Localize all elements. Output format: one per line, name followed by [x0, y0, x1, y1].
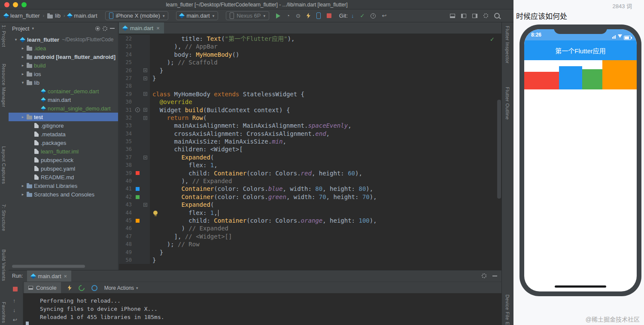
- editor-gutter[interactable]: 30: [119, 98, 150, 106]
- hot-restart-button[interactable]: [77, 284, 86, 292]
- code-text[interactable]: }: [150, 256, 156, 264]
- stop-process-button[interactable]: [13, 287, 18, 291]
- code-line[interactable]: 49 }: [119, 248, 501, 256]
- code-line[interactable]: 31↑- Widget build(BuildContext context) …: [119, 106, 501, 114]
- toggle-right-panel-button[interactable]: [472, 14, 477, 18]
- breadcrumb-item[interactable]: learn_flutter: [4, 12, 40, 19]
- code-text[interactable]: mainAxisAlignment: MainAxisAlignment.spa…: [150, 122, 352, 129]
- code-line[interactable]: 35 mainAxisSize: MainAxisSize.min,: [119, 138, 501, 145]
- hide-run-panel-button[interactable]: [492, 276, 497, 276]
- fold-marker-icon[interactable]: -: [143, 77, 147, 80]
- editor-gutter[interactable]: 38: [119, 161, 150, 169]
- code-line[interactable]: 34 crossAxisAlignment: CrossAxisAlignmen…: [119, 130, 501, 138]
- tree-item[interactable]: ▸test: [9, 113, 118, 121]
- breadcrumb-item[interactable]: lib: [47, 12, 61, 19]
- line-number[interactable]: 24: [119, 51, 133, 58]
- line-number[interactable]: 50: [119, 256, 133, 264]
- editor-gutter[interactable]: 26-: [119, 67, 150, 74]
- zoom-window-button[interactable]: [21, 2, 27, 7]
- toggle-bottom-panel-button[interactable]: [450, 14, 455, 18]
- editor-gutter[interactable]: 40: [119, 177, 150, 185]
- editor-tab-main-dart[interactable]: main.dart ×: [119, 22, 164, 34]
- editor-gutter[interactable]: 22: [119, 35, 150, 43]
- code-line[interactable]: 22 title: Text("第一个Flutter应用"),: [119, 35, 501, 43]
- code-text[interactable]: return Row(: [150, 114, 207, 122]
- code-line[interactable]: 33 mainAxisAlignment: MainAxisAlignment.…: [119, 122, 501, 129]
- code-line[interactable]: 24 body: MyHomeBody(): [119, 51, 501, 58]
- code-text[interactable]: body: MyHomeBody(): [150, 51, 239, 58]
- scroll-down-icon[interactable]: ↓: [13, 307, 15, 313]
- line-number[interactable]: 28: [119, 82, 133, 90]
- line-number[interactable]: 23: [119, 43, 133, 50]
- editor-gutter[interactable]: 23: [119, 43, 150, 50]
- hide-panel-button[interactable]: [110, 28, 115, 29]
- chevron-icon[interactable]: ▸: [20, 115, 26, 119]
- code-text[interactable]: children: <Widget>[: [150, 145, 243, 153]
- undo-button[interactable]: ↩: [382, 13, 386, 18]
- line-number[interactable]: 37: [119, 153, 133, 161]
- code-text[interactable]: ), // Expanded: [150, 177, 232, 185]
- code-text[interactable]: mainAxisSize: MainAxisSize.min,: [150, 138, 286, 145]
- editor-gutter[interactable]: 47: [119, 233, 150, 240]
- run-tab-main-dart[interactable]: main.dart ×: [27, 270, 71, 282]
- override-icon[interactable]: ↑: [135, 107, 140, 112]
- tool-stripe-button[interactable]: Layout Captures: [1, 146, 6, 184]
- code-line[interactable]: 50}: [119, 256, 501, 264]
- line-number[interactable]: 47: [119, 233, 133, 240]
- line-number[interactable]: 30: [119, 98, 133, 106]
- tree-item[interactable]: normal_single_demo.dart: [9, 104, 118, 113]
- tree-item[interactable]: ▸Scratches and Consoles: [9, 190, 118, 199]
- tool-stripe-button[interactable]: Flutter Inspector: [505, 26, 510, 64]
- line-number[interactable]: 22: [119, 35, 133, 43]
- chevron-icon[interactable]: ▸: [20, 184, 26, 188]
- tree-item[interactable]: pubspec.lock: [9, 156, 118, 164]
- code-line[interactable]: 39 child: Container(color: Colors.red, h…: [119, 169, 501, 177]
- scroll-up-icon[interactable]: ↑: [13, 298, 15, 304]
- code-text[interactable]: title: Text("第一个Flutter应用"),: [150, 35, 295, 43]
- code-text[interactable]: }: [150, 248, 163, 256]
- editor-gutter[interactable]: 28: [119, 82, 150, 90]
- chevron-icon[interactable]: ▸: [20, 72, 26, 76]
- code-line[interactable]: 23 ), // AppBar: [119, 43, 501, 50]
- tool-stripe-button[interactable]: Favorites: [1, 302, 6, 323]
- git-commit-button[interactable]: ✓: [360, 13, 365, 18]
- breadcrumb-item[interactable]: main.dart: [68, 12, 97, 19]
- tree-item[interactable]: ▸android [learn_flutter_android]: [9, 52, 118, 61]
- editor-gutter[interactable]: 32-: [119, 114, 150, 122]
- search-icon[interactable]: [494, 13, 500, 18]
- stop-button[interactable]: [327, 13, 331, 18]
- code-line[interactable]: 47 ], // <Widget>[]: [119, 233, 501, 240]
- line-number[interactable]: 31: [119, 106, 133, 114]
- editor-scrollbar[interactable]: [497, 100, 501, 199]
- editor-gutter[interactable]: 36: [119, 145, 150, 153]
- toggle-left-panel-button[interactable]: [461, 14, 466, 18]
- tree-item[interactable]: learn_flutter.iml: [9, 147, 118, 156]
- code-line[interactable]: 48 ); // Row: [119, 240, 501, 248]
- line-number[interactable]: 49: [119, 248, 133, 256]
- code-text[interactable]: }: [150, 74, 156, 82]
- code-line[interactable]: 44 flex: 1,: [119, 209, 501, 217]
- chevron-down-icon[interactable]: ▾: [32, 26, 34, 31]
- editor-gutter[interactable]: 33: [119, 122, 150, 129]
- editor-gutter[interactable]: 49: [119, 248, 150, 256]
- code-text[interactable]: ); // Row: [150, 240, 200, 248]
- line-number[interactable]: 25: [119, 58, 133, 66]
- close-icon[interactable]: ×: [156, 25, 160, 31]
- hot-reload-button[interactable]: [307, 13, 310, 18]
- editor-gutter[interactable]: 29-: [119, 90, 150, 98]
- code-text[interactable]: Container(color: Colors.blue, width: 80,…: [150, 185, 373, 193]
- code-line[interactable]: 30 @override: [119, 98, 501, 106]
- tree-item[interactable]: README.md: [9, 173, 118, 181]
- tree-item[interactable]: ▾learn_flutter~/Desktop/FlutterCode: [9, 35, 118, 44]
- close-window-button[interactable]: [4, 2, 9, 7]
- code-text[interactable]: Widget build(BuildContext context) {: [150, 106, 290, 114]
- color-swatch[interactable]: [136, 195, 140, 199]
- code-text[interactable]: @override: [150, 98, 192, 106]
- code-text[interactable]: child: Container(color: Colors.red, heig…: [150, 169, 362, 177]
- hot-reload-button[interactable]: [68, 285, 72, 291]
- editor-gutter[interactable]: 25: [119, 58, 150, 66]
- editor-gutter[interactable]: 31↑-: [119, 106, 150, 114]
- chevron-icon[interactable]: ▸: [20, 192, 26, 196]
- target-device-selector[interactable]: Nexus 6P▾: [226, 11, 269, 20]
- code-line[interactable]: 41 Container(color: Colors.blue, width: …: [119, 185, 501, 193]
